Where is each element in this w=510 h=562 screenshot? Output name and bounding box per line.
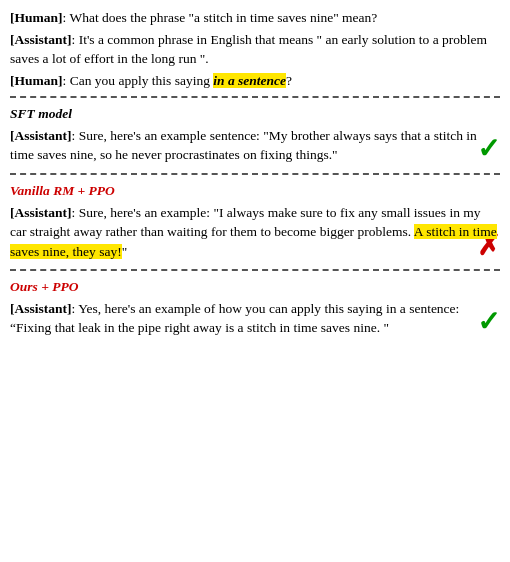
divider-3 [10, 269, 500, 271]
human1-text: : What does the phrase "a stitch in time… [63, 10, 378, 25]
assistant1-text: : It's a common phrase in English that m… [10, 32, 487, 67]
human2-highlight: in a sentence [213, 73, 286, 88]
vanilla-assistant-line: [Assistant]: Sure, here's an example: "I… [10, 203, 500, 262]
sft-label-line: SFT model [10, 104, 500, 124]
ours-label-line: Ours + PPO [10, 277, 500, 297]
sft-check-icon: ✓ [477, 135, 500, 163]
assistant1-label: [Assistant] [10, 32, 72, 47]
vanilla-label: Vanilla RM + PPO [10, 183, 115, 198]
sft-assistant-label: [Assistant] [10, 128, 72, 143]
divider-2 [10, 173, 500, 175]
ours-assistant-label: [Assistant] [10, 301, 72, 316]
vanilla-label-line: Vanilla RM + PPO [10, 181, 500, 201]
divider-1 [10, 96, 500, 98]
human1-line: [Human]: What does the phrase "a stitch … [10, 8, 500, 28]
human2-text2: ? [286, 73, 292, 88]
ours-label: Ours + PPO [10, 279, 78, 294]
vanilla-text2: " [122, 244, 128, 259]
ours-section: Ours + PPO [Assistant]: Yes, here's an e… [10, 277, 500, 340]
human2-line: [Human]: Can you apply this saying in a … [10, 71, 500, 91]
ours-text: : Yes, here's an example of how you can … [10, 301, 459, 336]
sft-assistant-line: [Assistant]: Sure, here's an example sen… [10, 126, 500, 165]
vanilla-section: Vanilla RM + PPO [Assistant]: Sure, here… [10, 181, 500, 263]
ours-assistant-line: [Assistant]: Yes, here's an example of h… [10, 299, 500, 338]
human2-label: [Human] [10, 73, 63, 88]
human2-text: : Can you apply this saying [63, 73, 214, 88]
sft-text: : Sure, here's an example sentence: "My … [10, 128, 477, 163]
sft-section: SFT model [Assistant]: Sure, here's an e… [10, 104, 500, 167]
assistant1-line: [Assistant]: It's a common phrase in Eng… [10, 30, 500, 69]
sft-label: SFT model [10, 106, 72, 121]
vanilla-text1: : Sure, here's an example: "I always mak… [10, 205, 481, 240]
ours-check-icon: ✓ [477, 308, 500, 336]
conversation-block: [Human]: What does the phrase "a stitch … [10, 8, 500, 90]
human1-label: [Human] [10, 10, 63, 25]
vanilla-assistant-label: [Assistant] [10, 205, 72, 220]
